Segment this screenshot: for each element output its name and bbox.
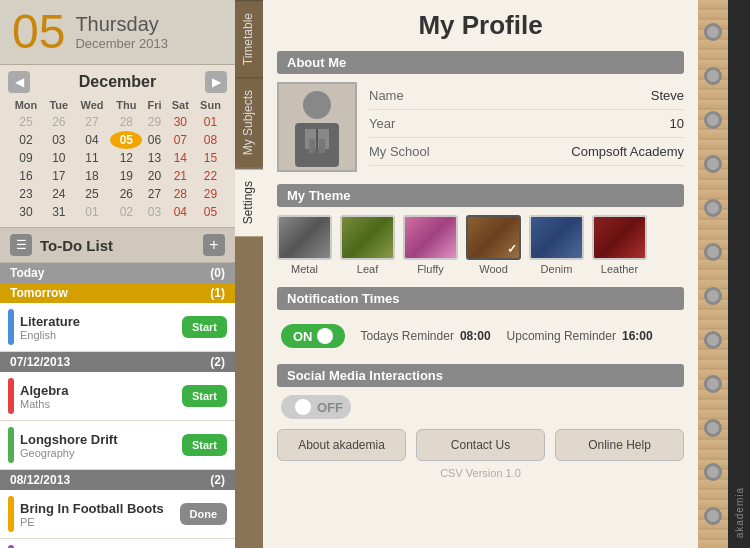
start-button[interactable]: Start	[182, 316, 227, 338]
calendar-day[interactable]: 25	[8, 113, 44, 131]
calendar-day[interactable]: 10	[44, 149, 74, 167]
calendar-day[interactable]: 21	[167, 167, 194, 185]
calendar-day[interactable]: 11	[74, 149, 111, 167]
calendar-day[interactable]: 04	[167, 203, 194, 221]
calendar-day[interactable]: 01	[194, 113, 227, 131]
todays-reminder-label: Todays Reminder	[361, 329, 454, 343]
calendar-day[interactable]: 19	[110, 167, 142, 185]
calendar-day[interactable]: 26	[44, 113, 74, 131]
calendar-day-header: Mon	[8, 97, 44, 113]
calendar-day[interactable]: 26	[110, 185, 142, 203]
calendar-day[interactable]: 03	[142, 203, 166, 221]
toggle-off-label: OFF	[317, 400, 343, 415]
calendar-day[interactable]: 04	[74, 131, 111, 149]
calendar-day[interactable]: 06	[142, 131, 166, 149]
theme-option-wood[interactable]: Wood	[466, 215, 521, 275]
theme-option-metal[interactable]: Metal	[277, 215, 332, 275]
list-item: Literature English Start	[0, 303, 235, 352]
calendar-day[interactable]: 20	[142, 167, 166, 185]
calendar-day[interactable]: 09	[8, 149, 44, 167]
toggle-circle	[317, 328, 333, 344]
profile-fields: Name SteveYear 10My School Compsoft Acad…	[369, 82, 684, 172]
theme-option-leather[interactable]: Leather	[592, 215, 647, 275]
calendar-day[interactable]: 02	[8, 131, 44, 149]
calendar-day[interactable]: 30	[167, 113, 194, 131]
field-row: Name Steve	[369, 82, 684, 110]
tab-timetable[interactable]: Timetable	[235, 0, 263, 77]
calendar-day[interactable]: 14	[167, 149, 194, 167]
theme-section: My Theme MetalLeafFluffyWoodDenimLeather	[277, 184, 684, 275]
left-panel: 05 Thursday December 2013 ◀ December ▶ M…	[0, 0, 235, 548]
calendar-day[interactable]: 18	[74, 167, 111, 185]
todo-title: To-Do List	[40, 237, 113, 254]
calendar-day[interactable]: 08	[194, 131, 227, 149]
online-help-button[interactable]: Online Help	[555, 429, 684, 461]
filter-icon[interactable]: ☰	[10, 234, 32, 256]
item-subject: English	[20, 329, 176, 341]
calendar-day[interactable]: 29	[194, 185, 227, 203]
calendar-day[interactable]: 12	[110, 149, 142, 167]
theme-option-leaf[interactable]: Leaf	[340, 215, 395, 275]
calendar-grid: MonTueWedThuFriSatSun 252627282930010203…	[8, 97, 227, 221]
calendar-day[interactable]: 30	[8, 203, 44, 221]
calendar-day[interactable]: 27	[74, 113, 111, 131]
calendar-day[interactable]: 28	[167, 185, 194, 203]
bottom-buttons: About akademiaContact UsOnline Help	[277, 429, 684, 461]
theme-label: Wood	[479, 263, 508, 275]
calendar-day[interactable]: 05	[110, 131, 142, 149]
item-subject: Geography	[20, 447, 176, 459]
about-akademia-button[interactable]: About akademia	[277, 429, 406, 461]
calendar-day[interactable]: 25	[74, 185, 111, 203]
item-color-bar	[8, 427, 14, 463]
calendar-day[interactable]: 13	[142, 149, 166, 167]
theme-label: Denim	[541, 263, 573, 275]
tab-settings[interactable]: Settings	[235, 168, 263, 236]
calendar-day[interactable]: 02	[110, 203, 142, 221]
start-button[interactable]: Start	[182, 385, 227, 407]
item-name: Literature	[20, 314, 176, 329]
calendar-day[interactable]: 29	[142, 113, 166, 131]
field-label: Name	[369, 88, 404, 103]
notification-section: Notification Times ON Todays Reminder 08…	[277, 287, 684, 354]
calendar-day[interactable]: 15	[194, 149, 227, 167]
calendar-day[interactable]: 05	[194, 203, 227, 221]
brand-spine: akademia	[728, 0, 750, 548]
calendar-day[interactable]: 16	[8, 167, 44, 185]
calendar-day[interactable]: 22	[194, 167, 227, 185]
start-button[interactable]: Start	[182, 434, 227, 456]
notification-toggle[interactable]: ON	[281, 324, 345, 348]
item-text: Literature English	[20, 314, 176, 341]
binding-ring	[704, 67, 722, 85]
calendar: ◀ December ▶ MonTueWedThuFriSatSun 25262…	[0, 65, 235, 227]
calendar-day[interactable]: 23	[8, 185, 44, 203]
calendar-day[interactable]: 17	[44, 167, 74, 185]
vertical-tabs: TimetableMy SubjectsSettings	[235, 0, 263, 548]
calendar-day[interactable]: 01	[74, 203, 111, 221]
about-me-header: About Me	[277, 51, 684, 74]
todo-list: Today(0)Tomorrow(1) Literature English S…	[0, 263, 235, 548]
calendar-day[interactable]: 31	[44, 203, 74, 221]
binding-ring	[704, 155, 722, 173]
binding-ring	[704, 419, 722, 437]
done-button[interactable]: Done	[180, 503, 228, 525]
calendar-day[interactable]: 03	[44, 131, 74, 149]
list-item: Bring In Football Boots PE Done	[0, 490, 235, 539]
field-label: My School	[369, 144, 430, 159]
calendar-day[interactable]: 24	[44, 185, 74, 203]
theme-option-denim[interactable]: Denim	[529, 215, 584, 275]
todo-section-header: Today(0)	[0, 263, 235, 283]
prev-month-button[interactable]: ◀	[8, 71, 30, 93]
add-todo-button[interactable]: +	[203, 234, 225, 256]
social-toggle[interactable]: OFF	[281, 395, 351, 419]
calendar-day[interactable]: 27	[142, 185, 166, 203]
theme-options: MetalLeafFluffyWoodDenimLeather	[277, 215, 684, 275]
theme-header: My Theme	[277, 184, 684, 207]
theme-preview	[592, 215, 647, 260]
next-month-button[interactable]: ▶	[205, 71, 227, 93]
theme-option-fluffy[interactable]: Fluffy	[403, 215, 458, 275]
calendar-day[interactable]: 28	[110, 113, 142, 131]
tab-my-subjects[interactable]: My Subjects	[235, 77, 263, 167]
contact-us-button[interactable]: Contact Us	[416, 429, 545, 461]
calendar-day[interactable]: 07	[167, 131, 194, 149]
profile-content: My Profile About Me Name SteveYear 10My …	[263, 0, 698, 548]
